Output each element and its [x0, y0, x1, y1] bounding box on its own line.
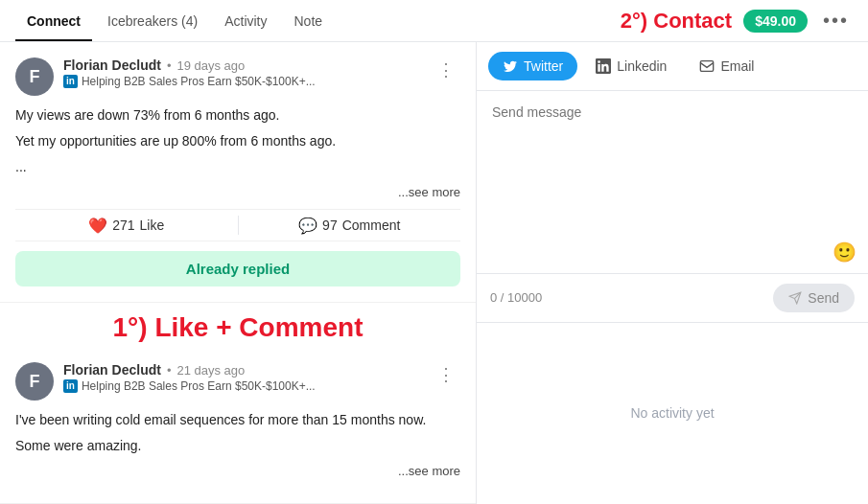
email-icon: [699, 58, 715, 74]
see-more-2[interactable]: ...see more: [398, 464, 460, 478]
author-subtitle-1: Helping B2B Sales Pros Earn $50K-$100K+.…: [82, 75, 316, 88]
no-activity-label: No activity yet: [477, 323, 868, 505]
post-header-1: F Florian Decludt • 19 days ago in Helpi…: [15, 57, 460, 96]
message-area: 🙂 0 / 10000 Send No activity yet: [477, 91, 868, 504]
post-card-1: F Florian Decludt • 19 days ago in Helpi…: [0, 42, 476, 303]
heart-icon: ❤️: [88, 217, 107, 235]
post-menu-2[interactable]: ⋮: [432, 362, 460, 387]
author-time-text-1: 19 days ago: [176, 58, 245, 73]
tab-connect[interactable]: Connect: [15, 2, 92, 40]
post-author-2: F Florian Decludt • 21 days ago in Helpi…: [15, 362, 316, 401]
comment-icon: 💬: [298, 217, 317, 235]
tab-note[interactable]: Note: [283, 2, 335, 40]
see-more-1[interactable]: ...see more: [398, 185, 460, 199]
main-layout: F Florian Decludt • 19 days ago in Helpi…: [0, 42, 868, 504]
post-menu-1[interactable]: ⋮: [432, 57, 460, 82]
author-time-2: 21 days ago: [176, 363, 245, 378]
author-info-1: Florian Decludt • 19 days ago in Helping…: [63, 57, 316, 88]
more-options-button[interactable]: •••: [819, 6, 853, 35]
comment-count-1: 💬 97 Comment: [239, 217, 461, 235]
linkedin-badge-2: in: [63, 379, 78, 393]
emoji-button[interactable]: 🙂: [833, 241, 856, 263]
char-count: 0 / 10000: [490, 290, 542, 305]
top-nav: Connect Icebreakers (4) Activity Note 2°…: [0, 0, 868, 42]
post-header-2: F Florian Decludt • 21 days ago in Helpi…: [15, 362, 460, 401]
left-panel: F Florian Decludt • 19 days ago in Helpi…: [0, 42, 477, 504]
tab-icebreakers[interactable]: Icebreakers (4): [96, 2, 209, 40]
channel-tabs: Twitter Linkedin Email: [477, 42, 868, 91]
post-text-2: I've been writing cold email sequences f…: [15, 410, 460, 456]
like-count-1: ❤️ 271 Like: [15, 217, 238, 235]
message-input[interactable]: [477, 91, 868, 273]
avatar-2: F: [15, 362, 54, 401]
post-card-2: F Florian Decludt • 21 days ago in Helpi…: [0, 347, 476, 504]
already-replied-button[interactable]: Already replied: [15, 251, 460, 286]
author-name-2: Florian Decludt: [63, 362, 161, 378]
send-button[interactable]: Send: [773, 284, 855, 312]
engagement-row-1: ❤️ 271 Like 💬 97 Comment: [15, 209, 460, 241]
send-icon: [788, 291, 802, 305]
author-info-2: Florian Decludt • 21 days ago in Helping…: [63, 362, 316, 393]
twitter-icon: [503, 58, 518, 74]
author-name-1: Florian Decludt: [63, 57, 161, 73]
annotation-label: 1°) Like + Comment: [0, 303, 476, 347]
post-text-1: My views are down 73% from 6 months ago.…: [15, 105, 460, 177]
price-badge: $49.00: [743, 10, 808, 33]
tab-email[interactable]: Email: [685, 52, 768, 80]
linkedin-icon: [596, 58, 611, 74]
author-time-1: •: [167, 58, 172, 73]
svg-rect-0: [701, 61, 714, 72]
avatar-1: F: [15, 57, 54, 96]
contact-label: 2°) Contact: [621, 9, 732, 34]
header-right: 2°) Contact $49.00 •••: [621, 6, 853, 35]
message-textarea-wrapper: 🙂: [477, 91, 868, 274]
tab-linkedin[interactable]: Linkedin: [581, 52, 681, 80]
tab-twitter[interactable]: Twitter: [488, 52, 577, 80]
tab-activity[interactable]: Activity: [213, 2, 278, 40]
author-subtitle-2: Helping B2B Sales Pros Earn $50K-$100K+.…: [82, 379, 316, 393]
send-row: 0 / 10000 Send: [477, 274, 868, 323]
linkedin-badge-1: in: [63, 75, 78, 88]
post-author-1: F Florian Decludt • 19 days ago in Helpi…: [15, 57, 316, 96]
right-panel: Twitter Linkedin Email 🙂: [477, 42, 868, 504]
